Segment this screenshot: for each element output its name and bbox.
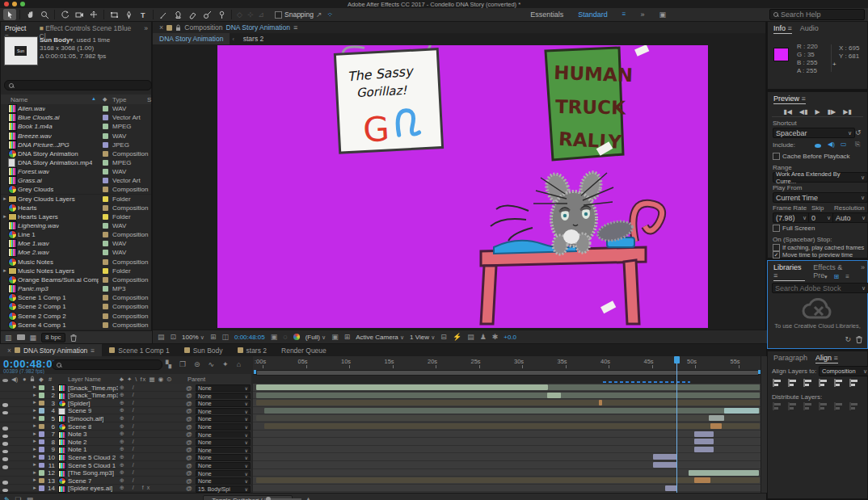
mask-rect-tool-icon[interactable] — [107, 9, 120, 20]
label-swatch[interactable] — [103, 241, 108, 246]
twirl-icon[interactable]: ► — [2, 268, 7, 273]
timeline-layer-row[interactable]: ►4Scene 9⊕ /@None∨ — [0, 407, 251, 415]
first-frame-button[interactable]: ▮◀ — [783, 108, 792, 116]
layer-twirl-icon[interactable]: ► — [32, 423, 37, 428]
column-name[interactable]: Name — [11, 96, 27, 103]
timeline-ruler[interactable]: :00s05s10s15s20s25s30s35s40s45s50s55s — [253, 356, 761, 375]
zoom-tool-icon[interactable] — [38, 9, 51, 20]
workspace-essentials[interactable]: Essentials — [530, 11, 563, 19]
layer-duration-bar[interactable] — [724, 408, 759, 414]
pen-tool-icon[interactable] — [122, 9, 135, 20]
pickwhip-icon[interactable]: @ — [186, 423, 192, 431]
range-dropdown[interactable]: Work Area Extended By Curre...∨ — [773, 172, 868, 183]
layer-switches[interactable]: ⊕ / — [120, 400, 137, 406]
layer-label-swatch[interactable] — [39, 447, 44, 452]
resolution-preview-dropdown[interactable]: Auto∨ — [832, 212, 868, 223]
label-swatch[interactable] — [103, 187, 108, 192]
tab-libraries[interactable]: Libraries ≡ — [773, 263, 805, 281]
skip-dropdown[interactable]: 0∨ — [808, 212, 834, 223]
timeline-track-area[interactable] — [253, 384, 761, 493]
label-swatch[interactable] — [103, 295, 108, 300]
label-swatch[interactable] — [103, 304, 108, 309]
distribute-v-center-icon[interactable] — [788, 402, 798, 412]
play-cached-frames-toggle[interactable]: If caching, play cached frames — [773, 244, 864, 251]
pickwhip-icon[interactable]: @ — [186, 431, 192, 438]
new-folder-icon[interactable] — [17, 334, 25, 340]
shortcut-dropdown[interactable]: Spacebar∨ — [773, 128, 855, 138]
motion-blur-icon[interactable]: ⊜ — [194, 360, 200, 368]
layer-switches[interactable]: ⊕ / — [120, 384, 137, 391]
layer-name[interactable]: Scene 5 Cloud 2 — [68, 454, 116, 461]
timeline-track-row[interactable] — [253, 453, 761, 461]
timeline-tab-sun-body[interactable]: Sun Body — [177, 344, 230, 356]
label-swatch[interactable] — [103, 196, 108, 202]
tab-paragraph[interactable]: Paragraph — [773, 354, 807, 363]
layer-duration-bar[interactable] — [599, 400, 602, 405]
cc-sync-icon[interactable]: ↻ — [845, 335, 851, 343]
selection-tool-icon[interactable] — [3, 9, 16, 20]
workspace-standard[interactable]: Standard — [578, 11, 608, 19]
pickwhip-icon[interactable]: @ — [186, 477, 192, 485]
timeline-zoom-slider[interactable]: ▲▲ — [255, 495, 312, 500]
viewer-current-time[interactable]: 0:00:48:05 — [234, 334, 265, 341]
label-swatch[interactable] — [103, 313, 108, 319]
layer-switches[interactable]: ⊕ / fx — [120, 485, 153, 491]
trash-icon[interactable] — [70, 334, 77, 342]
tab-info[interactable]: Info ≡ — [773, 24, 792, 34]
workspace-overflow-icon[interactable]: » — [640, 11, 644, 19]
distribute-h-center-icon[interactable] — [834, 402, 844, 412]
workspace-menu-icon[interactable]: ≡ — [622, 11, 626, 19]
project-item-row[interactable]: Scene 4 Comp 1Composition — [1, 321, 151, 330]
label-swatch[interactable] — [103, 133, 108, 139]
layer-label-swatch[interactable] — [39, 393, 44, 398]
tab-align[interactable]: Align ≡ — [815, 354, 838, 363]
pickwhip-icon[interactable]: @ — [186, 415, 192, 422]
clone-stamp-tool-icon[interactable] — [171, 9, 184, 20]
label-swatch[interactable] — [103, 286, 108, 292]
timeline-tab-render-queue[interactable]: Render Queue — [274, 344, 334, 356]
layer-name[interactable]: Scene 5 Cloud 1 — [68, 462, 116, 469]
timeline-scrollbar[interactable] — [761, 356, 767, 493]
layer-twirl-icon[interactable]: ► — [32, 447, 37, 452]
label-swatch[interactable] — [103, 178, 108, 183]
rotate-view-icon[interactable]: ⊿ — [258, 11, 264, 19]
label-swatch[interactable] — [103, 250, 108, 255]
layer-duration-bar[interactable] — [653, 462, 677, 468]
layer-twirl-icon[interactable]: ► — [32, 477, 37, 482]
pickwhip-icon[interactable]: @ — [186, 462, 192, 469]
layer-switches[interactable]: ⊕ / — [120, 477, 137, 484]
pickwhip-icon[interactable]: @ — [186, 469, 192, 477]
work-area-start-handle[interactable] — [254, 370, 256, 374]
layer-duration-bar[interactable] — [709, 415, 724, 421]
layer-label-swatch[interactable] — [39, 439, 44, 445]
timeline-layer-row[interactable]: ►3[Spider]⊕ /@None∨ — [0, 399, 251, 407]
align-v-center-icon[interactable] — [834, 379, 844, 389]
play-from-dropdown[interactable]: Current Time∨ — [773, 192, 868, 203]
layer-twirl-icon[interactable]: ► — [32, 439, 37, 443]
expand-layers-icon[interactable]: ✎ — [4, 496, 11, 500]
timeline-track-row[interactable] — [253, 477, 761, 485]
show-snapshot-icon[interactable]: ◌ — [283, 333, 287, 341]
layer-duration-bar[interactable] — [689, 470, 759, 476]
layer-twirl-icon[interactable]: ► — [32, 470, 37, 475]
stock-search-input[interactable]: Search Adobe Stock∨ — [772, 283, 868, 293]
layer-switches[interactable]: ⊕ / — [120, 446, 137, 452]
expand-in-out-icon[interactable]: ❏ — [15, 496, 22, 500]
include-overlays-icon[interactable]: ▭ — [841, 141, 847, 148]
layer-duration-bar[interactable] — [256, 477, 760, 483]
library-select-dropdown[interactable]: ▾ — [824, 274, 828, 280]
close-panel-icon[interactable]: × — [159, 23, 163, 32]
rotate-tool-icon[interactable] — [58, 9, 71, 20]
label-swatch[interactable] — [103, 124, 108, 129]
flowchart-icon[interactable]: ▤ — [158, 333, 165, 341]
column-type[interactable]: Type — [112, 96, 126, 103]
distribute-left-icon[interactable] — [819, 402, 828, 412]
playhead-line[interactable] — [676, 363, 677, 493]
timeline-track-row[interactable] — [253, 485, 761, 493]
label-swatch[interactable] — [103, 259, 108, 265]
timeline-layer-row[interactable]: ►11Scene 5 Cloud 1⊕ /@None∨ — [0, 461, 251, 469]
timeline-button-icon[interactable]: ▤ — [467, 333, 474, 341]
fast-previews-icon[interactable]: ⚡ — [453, 333, 461, 341]
panel-overflow-icon[interactable]: » — [861, 263, 865, 281]
mask-visibility-icon[interactable]: ◫ — [221, 333, 229, 341]
